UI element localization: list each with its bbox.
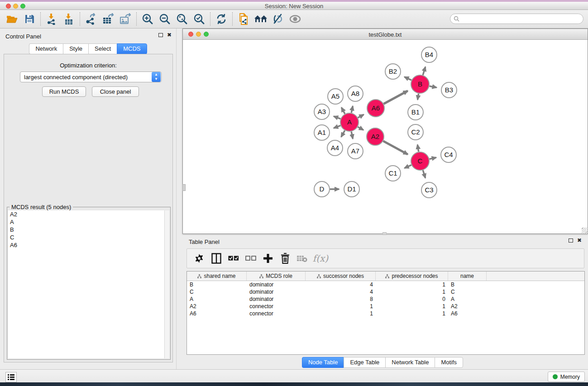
float-panel-icon[interactable] (569, 238, 573, 243)
close-panel-button[interactable]: Close panel (92, 86, 139, 97)
graph-edge-A2-C[interactable] (383, 141, 408, 155)
zoom-in-icon[interactable] (139, 12, 156, 26)
graph-edge-C-C4[interactable] (429, 157, 436, 159)
mcds-result-list[interactable]: A2ABCA6 (8, 210, 165, 358)
float-panel-icon[interactable] (158, 33, 163, 37)
zoom-selected-icon[interactable] (191, 12, 208, 26)
table-cell[interactable]: connector (247, 303, 306, 310)
tab-select[interactable]: Select (88, 43, 117, 54)
table-cell[interactable]: 4 (306, 289, 376, 295)
column-header-MCDS-role[interactable]: MCDS role (247, 272, 306, 281)
graph-edge-B-B2[interactable] (404, 77, 411, 80)
graph-edge-A-A6[interactable] (358, 114, 364, 118)
export-image-icon[interactable] (117, 12, 134, 26)
vertical-scroll-thumb[interactable] (182, 184, 186, 191)
select-all-icon[interactable] (226, 251, 241, 266)
tab-mcds[interactable]: MCDS (117, 43, 147, 54)
table-cell[interactable]: 1 (306, 310, 376, 317)
zoom-fit-icon[interactable] (173, 12, 191, 26)
result-item[interactable]: A2 (8, 210, 164, 218)
graph-edge-A-A8[interactable] (351, 106, 353, 113)
graph-edge-A6-B[interactable] (384, 91, 408, 104)
table-cell[interactable]: A6 (448, 310, 487, 317)
tab-motifs[interactable]: Motifs (435, 357, 463, 368)
table-row[interactable]: A6connector11A6 (187, 310, 584, 317)
table-cell[interactable]: 0 (376, 296, 448, 302)
column-header-predecessor-nodes[interactable]: predecessor nodes (376, 272, 448, 281)
graph-edge-C-C3[interactable] (423, 170, 425, 178)
table-cell[interactable]: 1 (306, 303, 376, 310)
table-settings-icon[interactable] (191, 251, 207, 266)
graph-edge-A-A4[interactable] (341, 130, 345, 137)
graph-edge-C-C1[interactable] (405, 165, 411, 168)
import-table-icon[interactable] (60, 12, 77, 26)
table-row[interactable]: Adominator80A (187, 295, 584, 303)
table-cell[interactable]: 1 (376, 310, 448, 317)
run-mcds-button[interactable]: Run MCDS (42, 86, 86, 97)
optimization-criterion-select[interactable]: largest connected component (directed) ▲… (20, 71, 162, 82)
table-cell[interactable]: 4 (306, 281, 376, 288)
graph-edge-A-A3[interactable] (334, 116, 340, 119)
table-cell[interactable]: C (448, 289, 487, 295)
home-icon[interactable] (252, 12, 269, 26)
result-item[interactable]: A6 (8, 241, 164, 249)
table-row[interactable]: A2connector11A2 (187, 303, 584, 310)
column-header-successor-nodes[interactable]: successor nodes (306, 272, 376, 281)
eye-icon[interactable] (287, 12, 304, 26)
result-item[interactable]: A (8, 218, 164, 226)
result-scrollbar[interactable] (165, 210, 169, 358)
graph-edge-B-B4[interactable] (423, 67, 425, 75)
tab-network-table[interactable]: Network Table (385, 357, 435, 368)
table-cell[interactable]: A6 (187, 310, 247, 317)
graph-edge-B-B3[interactable] (430, 86, 437, 87)
refresh-layout-icon[interactable] (213, 12, 230, 26)
table-cell[interactable]: C (187, 289, 247, 295)
memory-button[interactable]: Memory (548, 372, 585, 382)
result-item[interactable]: B (8, 226, 164, 234)
result-item[interactable]: C (8, 234, 164, 241)
table-cell[interactable]: A2 (187, 303, 247, 310)
table-cell[interactable]: dominator (247, 289, 306, 295)
hide-details-icon[interactable] (269, 12, 287, 26)
table-cell[interactable]: A2 (448, 303, 487, 310)
tab-node-table[interactable]: Node Table (302, 357, 344, 368)
network-canvas[interactable]: AA1A2A3A4A5A6A7A8BB1B2B3B4CC1C2C3C4DD1 (183, 40, 588, 234)
task-history-button[interactable] (5, 372, 17, 382)
graph-edge-C-C2[interactable] (417, 145, 418, 152)
search-input[interactable] (459, 16, 583, 22)
search-field[interactable] (450, 14, 583, 24)
horizontal-scroll-thumb[interactable] (382, 232, 387, 235)
table-cell[interactable]: 8 (306, 296, 376, 302)
export-network-icon[interactable] (82, 12, 100, 26)
tab-network[interactable]: Network (29, 43, 63, 54)
show-columns-icon[interactable] (209, 251, 224, 266)
graph-edge-A-A1[interactable] (334, 125, 340, 128)
close-panel-icon[interactable]: ✖ (167, 33, 172, 37)
graph-edge-A-A2[interactable] (358, 127, 363, 130)
table-cell[interactable]: 1 (376, 303, 448, 310)
resize-grip-icon[interactable] (582, 228, 587, 233)
table-cell[interactable]: dominator (247, 296, 306, 302)
delete-row-icon[interactable] (277, 251, 293, 266)
open-session-icon[interactable] (4, 12, 21, 26)
zoom-out-icon[interactable] (156, 12, 173, 26)
import-network-icon[interactable] (43, 12, 60, 26)
table-cell[interactable]: B (448, 281, 487, 288)
close-panel-icon[interactable]: ✖ (577, 238, 582, 243)
tab-style[interactable]: Style (63, 43, 88, 54)
column-header-name[interactable]: name (448, 272, 487, 281)
table-cell[interactable]: 1 (376, 281, 448, 288)
graph-edge-B-B1[interactable] (417, 94, 418, 100)
table-cell[interactable]: 1 (376, 289, 448, 295)
graph-edge-A-A7[interactable] (351, 132, 353, 139)
graph-edge-A-A5[interactable] (341, 108, 345, 114)
network-window-titlebar[interactable]: testGlobe.txt (183, 29, 588, 40)
deselect-all-icon[interactable] (243, 251, 258, 266)
clone-network-icon[interactable] (235, 12, 252, 26)
table-cell[interactable]: B (187, 281, 247, 288)
column-header-shared-name[interactable]: shared name (187, 272, 247, 281)
table-row[interactable]: Bdominator41B (187, 281, 584, 288)
save-session-icon[interactable] (21, 12, 38, 26)
table-cell[interactable]: A (187, 296, 247, 302)
table-cell[interactable]: connector (247, 310, 306, 317)
